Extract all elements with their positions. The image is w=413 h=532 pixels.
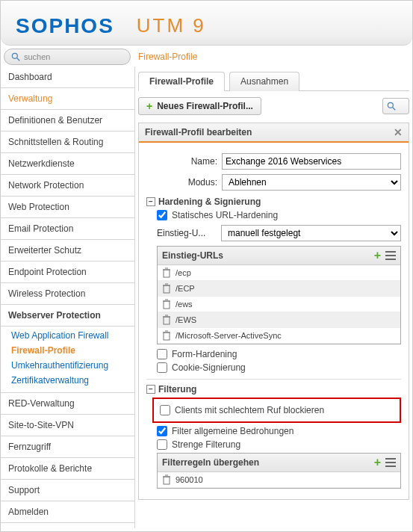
common-threats-label: Filter allgemeine Bedrohungen [172, 426, 294, 436]
list-item[interactable]: /ECP [158, 281, 400, 297]
sidebar-item-red[interactable]: RED-Verwaltung [1, 393, 134, 415]
sidebar-item-web-protection[interactable]: Web Protection [1, 197, 134, 218]
add-url-icon[interactable]: + [374, 250, 381, 262]
bad-clients-checkbox[interactable] [160, 405, 170, 415]
collapse-icon[interactable]: − [146, 385, 155, 394]
sidebar-item-advanced-protection[interactable]: Erweiterter Schutz [1, 240, 134, 262]
svg-line-1 [17, 58, 20, 61]
tab-firewall-profile[interactable]: Firewall-Profile [138, 72, 225, 91]
add-rule-icon[interactable]: + [374, 457, 381, 468]
svg-point-2 [388, 102, 393, 108]
trash-icon[interactable] [162, 299, 171, 309]
strict-filter-checkbox[interactable] [157, 439, 167, 450]
list-item[interactable]: /Microsoft-Server-ActiveSync [158, 328, 400, 344]
entry-label: Einstieg-U... [157, 228, 217, 238]
form-hardening-checkbox[interactable] [157, 349, 167, 359]
svg-line-3 [393, 108, 396, 111]
subnav-item-waf[interactable]: Web Application Firewall [1, 328, 134, 343]
search-input[interactable]: suchen [4, 49, 131, 65]
mode-select[interactable]: Ablehnen [222, 174, 401, 191]
close-icon[interactable]: ✕ [394, 127, 403, 137]
app-header: SOPHOS UTM 9 [1, 1, 412, 46]
search-placeholder: suchen [24, 52, 50, 61]
cookie-signing-checkbox[interactable] [157, 362, 167, 373]
highlight-box: Clients mit schlechtem Ruf blockieren [152, 398, 401, 423]
strict-filter-label: Strenge Filterung [172, 439, 240, 450]
static-url-label: Statisches URL-Hardening [172, 210, 278, 220]
toolbar: suchen Firewall-Profile [1, 46, 412, 66]
list-item[interactable]: /ecp [158, 265, 400, 281]
section-filtering[interactable]: − Filterung [146, 379, 401, 395]
new-profile-button[interactable]: + Neues Firewall-Profil... [138, 97, 261, 115]
subnav-item-certificates[interactable]: Zertifikatverwaltung [1, 373, 134, 388]
sidebar-item-verwaltung[interactable]: Verwaltung [1, 88, 134, 110]
trash-icon[interactable] [162, 283, 171, 294]
breadcrumb: Firewall-Profile [138, 52, 197, 62]
form-hardening-label: Form-Hardening [172, 349, 237, 359]
edit-profile-panel: Firewall-Profil bearbeiten ✕ Name: Modus… [138, 123, 409, 500]
sidebar-item-webserver-protection[interactable]: Webserver Protection [1, 305, 134, 327]
svg-rect-16 [164, 332, 170, 340]
sidebar-item-s2s-vpn[interactable]: Site-to-Site-VPN [1, 415, 134, 436]
content-area: Firewall-Profile Ausnahmen + Neues Firew… [135, 66, 412, 528]
sidebar-item-endpoint-protection[interactable]: Endpoint Protection [1, 262, 134, 283]
rules-bypass-title: Filterregeln übergehen [162, 457, 259, 468]
mini-search-button[interactable] [382, 98, 409, 114]
trash-icon[interactable] [162, 474, 171, 485]
list-menu-icon[interactable] [385, 251, 396, 260]
entry-urls-body: /ecp /ECP /ews /EWS [158, 265, 400, 344]
name-label: Name: [146, 156, 217, 167]
sidebar: Dashboard Verwaltung Definitionen & Benu… [1, 66, 135, 528]
search-icon [386, 101, 397, 111]
list-item[interactable]: /ews [158, 297, 400, 312]
list-item[interactable]: 960010 [158, 472, 400, 488]
rules-bypass-listbox: Filterregeln übergehen + 960010 [157, 453, 401, 489]
name-field[interactable] [222, 153, 401, 170]
svg-rect-10 [164, 301, 170, 309]
subnav: Web Application Firewall Firewall-Profil… [1, 327, 134, 393]
trash-icon[interactable] [162, 315, 171, 325]
collapse-icon[interactable]: − [146, 197, 155, 206]
sidebar-item-network-services[interactable]: Netzwerkdienste [1, 153, 134, 175]
trash-icon[interactable] [162, 330, 171, 341]
sidebar-item-email-protection[interactable]: Email Protection [1, 218, 134, 240]
search-icon [10, 52, 21, 62]
subnav-item-firewall-profile[interactable]: Firewall-Profile [1, 343, 134, 358]
cookie-signing-label: Cookie-Signierung [172, 362, 246, 373]
trash-icon[interactable] [162, 267, 171, 278]
section-hardening[interactable]: − Hardening & Signierung [146, 197, 401, 207]
sidebar-item-network-protection[interactable]: Network Protection [1, 175, 134, 197]
subnav-item-reverse-auth[interactable]: Umkehrauthentifizierung [1, 358, 134, 373]
mode-label: Modus: [146, 177, 217, 188]
panel-title: Firewall-Profil bearbeiten [145, 127, 252, 137]
sidebar-item-support[interactable]: Support [1, 480, 134, 501]
list-menu-icon[interactable] [385, 458, 396, 467]
plus-icon: + [146, 101, 152, 111]
entry-urls-listbox: Einstieg-URLs + /ecp /ECP [157, 246, 401, 344]
svg-rect-4 [164, 270, 170, 277]
new-profile-label: Neues Firewall-Profil... [157, 101, 253, 111]
sidebar-item-wireless-protection[interactable]: Wireless Protection [1, 283, 134, 305]
sidebar-item-interfaces[interactable]: Schnittstellen & Routing [1, 132, 134, 153]
entry-urls-title: Einstieg-URLs [162, 250, 223, 261]
tabs: Firewall-Profile Ausnahmen [138, 71, 409, 91]
sidebar-item-definitions[interactable]: Definitionen & Benutzer [1, 110, 134, 132]
list-item[interactable]: /EWS [158, 312, 400, 328]
sidebar-item-logout[interactable]: Abmelden [1, 501, 134, 523]
common-threats-checkbox[interactable] [157, 426, 167, 436]
bad-clients-label: Clients mit schlechtem Ruf blockieren [175, 405, 324, 415]
sidebar-item-dashboard[interactable]: Dashboard [1, 66, 134, 88]
svg-rect-19 [164, 477, 170, 484]
static-url-checkbox[interactable] [157, 210, 167, 220]
product-name: UTM 9 [137, 14, 206, 37]
tab-exceptions[interactable]: Ausnahmen [229, 72, 299, 91]
entry-select[interactable]: manuell festgelegt [221, 225, 401, 241]
svg-rect-13 [164, 317, 170, 324]
svg-rect-7 [164, 285, 170, 293]
svg-point-0 [12, 53, 17, 58]
sidebar-item-logs-reports[interactable]: Protokolle & Berichte [1, 458, 134, 480]
brand-logo: SOPHOS [16, 14, 114, 38]
sidebar-item-remote-access[interactable]: Fernzugriff [1, 436, 134, 458]
